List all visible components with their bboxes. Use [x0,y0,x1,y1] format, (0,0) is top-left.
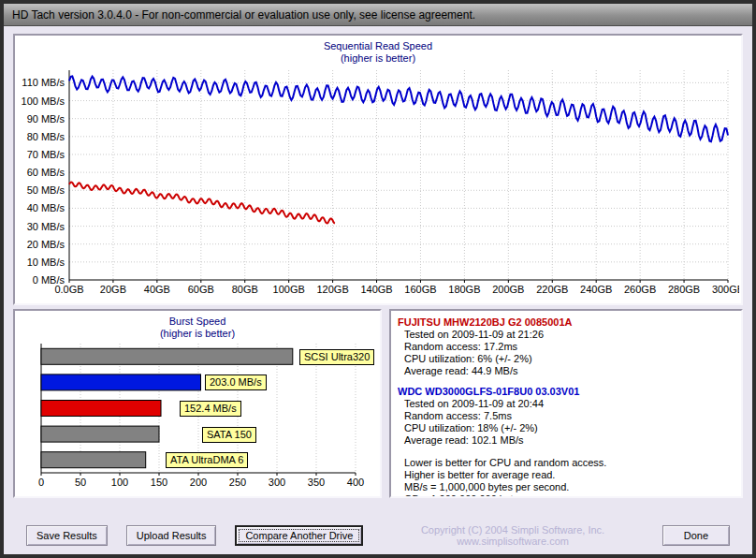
x-tick-label: 100 [111,477,128,488]
x-tick-label: 20GB [100,284,126,295]
x-tick-label: 300 [269,477,285,488]
drive2-cpu-utilization: CPU utilization: 18% (+/- 2%) [398,422,734,434]
y-tick-label: 60 MB/s [27,167,65,178]
x-tick-label: 260GB [624,284,656,295]
copyright-text: Copyright (C) 2004 Simpli Software, Inc.… [382,524,643,547]
burst-bar-label: 203.0 MB/s [205,374,267,390]
burst-bar [41,426,159,442]
burst-bar [41,401,161,417]
y-tick-label: 50 MB/s [27,184,65,196]
drive1-average-read: Average read: 44.9 MB/s [398,365,734,377]
y-tick-label: 90 MB/s [27,113,65,125]
done-button[interactable]: Done [662,525,730,546]
x-tick-label: 180GB [448,284,480,295]
sequential-chart-title-text: Sequential Read Speed [15,40,741,52]
drive2-tested-on: Tested on 2009-11-09 at 20:44 [398,398,734,410]
drive2-random-access: Random access: 7.5ms [398,410,734,422]
burst-chart-title: Burst Speed (higher is better) [15,311,380,340]
sequential-read-chart: 0.0GB20GB40GB60GB80GB100GB120GB140GB160G… [15,65,739,299]
x-tick-label: 200 [190,477,207,488]
note-line: GB = 1,000,000,000 bytes. [398,493,734,498]
x-tick-label: 220GB [536,284,568,295]
drive1-random-access: Random access: 17.2ms [398,341,734,353]
x-tick-label: 150 [151,477,167,488]
window-title: HD Tach version 3.0.4.0 - For non-commer… [12,8,475,22]
burst-speed-chart-panel: Burst Speed (higher is better) 050100150… [13,309,382,498]
x-tick-label: 0 [38,477,44,488]
x-tick-label: 200GB [492,284,524,295]
x-tick-label: 400 [347,477,364,488]
x-tick-label: 140GB [360,284,392,295]
save-results-button[interactable]: Save Results [26,525,108,546]
burst-bar [41,374,201,390]
client-area: Sequential Read Speed (higher is better)… [4,26,752,554]
y-tick-label: 70 MB/s [27,149,65,160]
x-tick-label: 60GB [188,284,214,295]
note-line: Higher is better for average read. [398,469,734,481]
burst-bar [41,452,146,468]
x-tick-label: 120GB [316,284,348,295]
x-tick-label: 240GB [580,284,612,295]
drive2-average-read: Average read: 102.1 MB/s [398,434,734,447]
burst-chart-wrap: 050100150200250300350400 SCSI Ultra32020… [17,340,380,490]
hdtach-window: HD Tach version 3.0.4.0 - For non-commer… [0,0,756,558]
drive2-name: WDC WD3000GLFS-01F8U0 03.03V01 [398,385,734,398]
y-tick-label: 100 MB/s [22,95,65,107]
y-tick-label: 10 MB/s [27,257,65,268]
burst-bar-label: SCSI Ultra320 [299,349,374,365]
burst-bar-label: SATA 150 [202,427,256,443]
x-tick-label: 350 [308,477,325,488]
y-tick-label: 40 MB/s [27,202,65,213]
title-bar[interactable]: HD Tach version 3.0.4.0 - For non-commer… [4,4,752,26]
sequential-read-chart-panel: Sequential Read Speed (higher is better)… [13,34,743,305]
note-line: Lower is better for CPU and random acces… [398,457,734,469]
x-tick-label: 160GB [404,284,436,295]
series-line [69,183,335,224]
x-tick-label: 300GB [712,284,739,295]
drive1-cpu-utilization: CPU utilization: 6% (+/- 2%) [398,353,734,365]
x-tick-label: 50 [75,477,86,488]
results-info-panel: FUJITSU MHW2120BJ G2 0085001A Tested on … [389,309,743,498]
burst-bar-label: 152.4 MB/s [180,401,241,417]
burst-bar [41,348,293,364]
bottom-row: Burst Speed (higher is better) 050100150… [13,309,743,498]
series-line [69,77,728,142]
y-tick-label: 80 MB/s [27,131,65,142]
burst-bar-label: ATA UltraDMA 6 [166,452,248,468]
x-tick-label: 40GB [144,284,170,295]
drive1-tested-on: Tested on 2009-11-09 at 21:26 [398,329,734,341]
y-tick-label: 20 MB/s [27,239,65,250]
x-tick-label: 280GB [668,284,700,295]
y-tick-label: 30 MB/s [27,221,65,232]
y-tick-label: 110 MB/s [22,77,65,88]
upload-results-button[interactable]: Upload Results [126,525,217,546]
compare-another-drive-button[interactable]: Compare Another Drive [235,525,363,546]
y-tick-label: 0 MB/s [33,274,65,286]
drive1-name: FUJITSU MHW2120BJ G2 0085001A [398,316,734,329]
button-row: Save Results Upload Results Compare Anot… [13,524,743,547]
burst-chart-subtitle-text: (higher is better) [15,328,380,340]
burst-chart-title-text: Burst Speed [15,316,380,328]
x-tick-label: 250 [229,477,246,488]
sequential-chart-subtitle-text: (higher is better) [15,52,741,65]
sequential-chart-title: Sequential Read Speed (higher is better) [15,36,741,65]
x-tick-label: 100GB [273,284,305,295]
note-line: MB/s = 1,000,000 bytes per second. [398,481,734,493]
x-tick-label: 80GB [232,284,258,295]
